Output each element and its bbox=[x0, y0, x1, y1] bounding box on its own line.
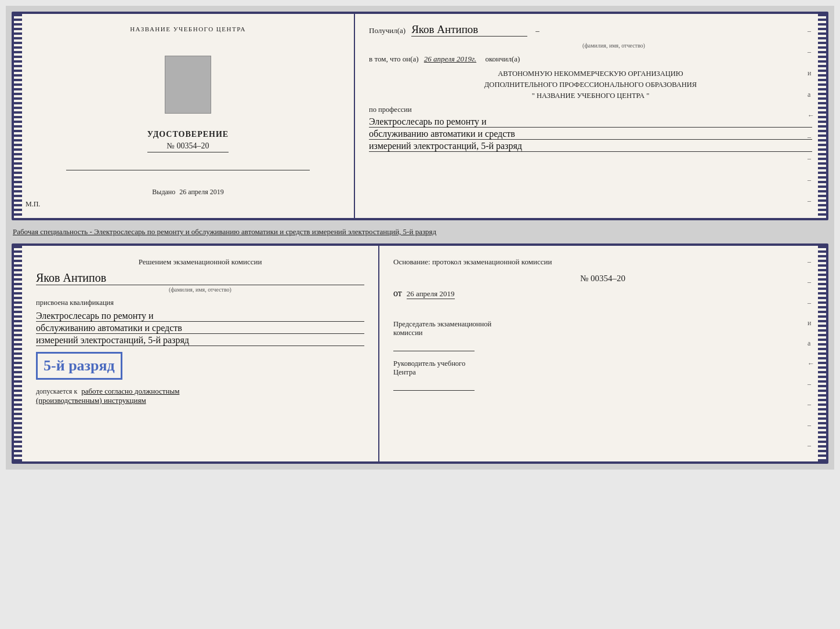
right-decoration-top bbox=[818, 14, 826, 218]
top-doc-right: Получил(а) Яков Антипов – (фамилия, имя,… bbox=[355, 14, 826, 218]
commission-title: Решением экзаменационной комиссии bbox=[36, 257, 364, 267]
allowed-text2: (производственным) инструкциям bbox=[36, 396, 146, 405]
org-block: АВТОНОМНУЮ НЕКОММЕРЧЕСКУЮ ОРГАНИЗАЦИЮ ДО… bbox=[369, 68, 812, 101]
issued-label: Выдано bbox=[152, 188, 175, 196]
top-document: НАЗВАНИЕ УЧЕБНОГО ЦЕНТРА УДОСТОВЕРЕНИЕ №… bbox=[12, 12, 828, 220]
chairman-block: Председатель экзаменационной комиссии bbox=[393, 320, 812, 351]
left-decoration-bottom bbox=[14, 246, 22, 461]
issued-date: 26 апреля 2019 bbox=[179, 188, 223, 196]
received-label: Получил(а) bbox=[369, 26, 405, 35]
page-wrapper: НАЗВАНИЕ УЧЕБНОГО ЦЕНТРА УДОСТОВЕРЕНИЕ №… bbox=[6, 6, 834, 470]
qualification-label: присвоена квалификация bbox=[36, 299, 364, 307]
org-line2: ДОПОЛНИТЕЛЬНОГО ПРОФЕССИОНАЛЬНОГО ОБРАЗО… bbox=[369, 79, 812, 90]
allowed-label: допускается к bbox=[36, 387, 77, 395]
description-text: Рабочая специальность - Электрослесарь п… bbox=[12, 225, 828, 239]
allowed-block: допускается к работе согласно должностны… bbox=[36, 387, 364, 405]
org-name-left: НАЗВАНИЕ УЧЕБНОГО ЦЕНТРА bbox=[130, 26, 246, 32]
qual-line1: Электрослесарь по ремонту и bbox=[36, 311, 364, 322]
right-dashes: – – и а ← – – – – bbox=[808, 14, 814, 218]
org-line1: АВТОНОМНУЮ НЕКОММЕРЧЕСКУЮ ОРГАНИЗАЦИЮ bbox=[369, 68, 812, 79]
allowed-text: работе согласно должностным bbox=[81, 387, 179, 395]
head-block: Руководитель учебного Центра bbox=[393, 359, 812, 391]
org-line3: " НАЗВАНИЕ УЧЕБНОГО ЦЕНТРА " bbox=[369, 90, 812, 101]
chairman-signature-line bbox=[393, 340, 475, 351]
mp-label: М.П. bbox=[26, 200, 40, 209]
fio-label-top: (фамилия, имя, отчество) bbox=[415, 42, 812, 49]
person-name: Яков Антипов bbox=[36, 271, 364, 285]
issued-line: Выдано 26 апреля 2019 bbox=[152, 188, 223, 197]
profession-line2: обслуживанию автоматики и средств bbox=[369, 129, 812, 140]
head-signature-line bbox=[393, 379, 475, 391]
protocol-date: 26 апреля 2019 bbox=[407, 289, 455, 299]
top-doc-left: НАЗВАНИЕ УЧЕБНОГО ЦЕНТРА УДОСТОВЕРЕНИЕ №… bbox=[14, 14, 355, 218]
bottom-document: Решением экзаменационной комиссии Яков А… bbox=[12, 243, 828, 464]
fio-label-bottom: (фамилия, имя, отчество) bbox=[36, 286, 364, 293]
cert-number: № 00354–20 bbox=[147, 141, 229, 152]
cert-title: УДОСТОВЕРЕНИЕ bbox=[147, 130, 229, 139]
received-name: Яков Антипов bbox=[411, 23, 527, 37]
chairman-label: Председатель экзаменационной комиссии bbox=[393, 320, 812, 337]
completed-line: в том, что он(а) 26 апреля 2019г. окончи… bbox=[369, 54, 812, 64]
in-that-label: в том, что он(а) bbox=[369, 54, 419, 63]
rank-stamp: 5-й разряд bbox=[36, 352, 122, 380]
basis-label: Основание: протокол экзаменационной коми… bbox=[393, 257, 812, 267]
head-label: Руководитель учебного Центра bbox=[393, 359, 812, 377]
right-decoration-bottom bbox=[818, 246, 826, 461]
left-decoration bbox=[14, 14, 22, 218]
completed-date: 26 апреля 2019г. bbox=[424, 54, 476, 63]
photo-placeholder bbox=[165, 56, 211, 114]
right-dashes-bottom: – – – и а ← – – – – bbox=[808, 246, 814, 461]
profession-label: по профессии bbox=[369, 106, 812, 114]
bottom-doc-right: Основание: протокол экзаменационной коми… bbox=[379, 246, 826, 461]
completed-label: окончил(а) bbox=[485, 54, 520, 63]
profession-line3: измерений электростанций, 5-й разряд bbox=[369, 141, 812, 152]
protocol-number: № 00354–20 bbox=[393, 274, 812, 283]
profession-line1: Электрослесарь по ремонту и bbox=[369, 117, 812, 128]
qual-line3: измерений электростанций, 5-й разряд bbox=[36, 335, 364, 346]
qual-line2: обслуживанию автоматики и средств bbox=[36, 323, 364, 334]
bottom-doc-left: Решением экзаменационной комиссии Яков А… bbox=[14, 246, 379, 461]
date-prefix: от bbox=[393, 288, 402, 298]
